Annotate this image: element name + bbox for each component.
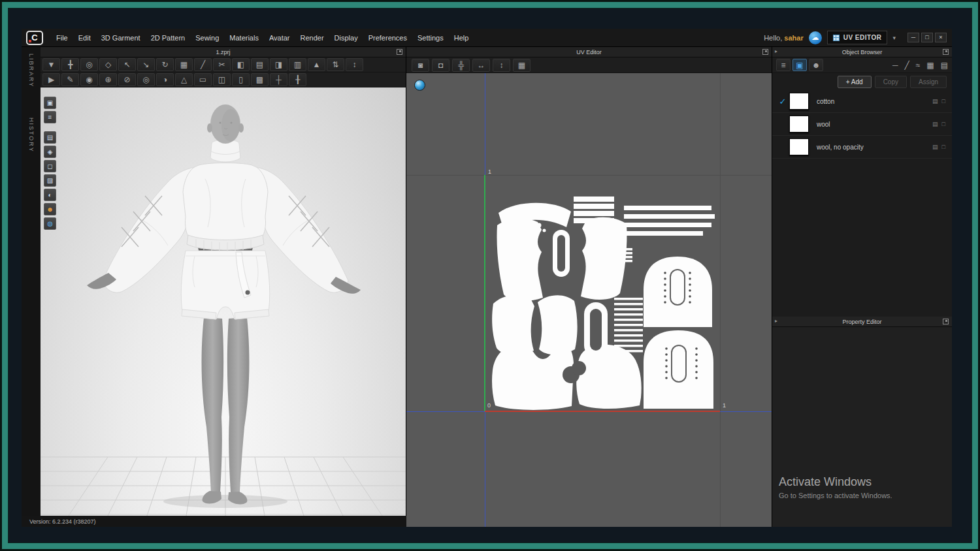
- toolbar-icon[interactable]: ◎: [137, 73, 155, 86]
- toolbar-icon[interactable]: ▥: [289, 58, 306, 71]
- material-row-wool-no-opacity[interactable]: wool, no opacity ▤ □: [772, 136, 952, 159]
- menu-item[interactable]: 2D Pattern: [146, 31, 191, 45]
- viewport-toggle-icon[interactable]: ◐: [44, 189, 56, 201]
- toolbar-icon[interactable]: ↖: [118, 58, 136, 71]
- toolbar-icon[interactable]: ▲: [308, 58, 325, 71]
- uv-tool-icon[interactable]: ◙: [412, 59, 429, 72]
- property-editor-header[interactable]: ▸ Property Editor: [772, 317, 952, 327]
- popout-icon[interactable]: [397, 49, 402, 55]
- delete-icon[interactable]: □: [942, 121, 945, 127]
- menu-item[interactable]: Materials: [224, 31, 264, 45]
- cloud-sync-icon[interactable]: ☁: [809, 31, 822, 44]
- project-tab-header[interactable]: 1.zprj: [41, 47, 406, 57]
- viewport-toggle-icon[interactable]: ◈: [44, 146, 56, 158]
- toolbar-icon[interactable]: ◇: [99, 58, 117, 71]
- toolbar-icon[interactable]: ▼: [42, 58, 60, 71]
- uv-tool-icon[interactable]: ↔: [472, 59, 490, 72]
- material-row-cotton[interactable]: ✓ cotton ▤ □: [772, 90, 952, 113]
- toolbar-icon[interactable]: ✎: [61, 73, 79, 86]
- object-browser-header[interactable]: ▸ Object Browser: [772, 47, 952, 57]
- toolbar-icon[interactable]: ▯: [232, 73, 250, 86]
- toolbar-icon[interactable]: ▭: [194, 73, 212, 86]
- menu-item[interactable]: Render: [295, 31, 329, 45]
- browser-tool-icon[interactable]: ▤: [941, 59, 948, 71]
- browser-tool-icon[interactable]: ╱: [904, 59, 909, 71]
- toolbar-icon[interactable]: ╂: [289, 73, 306, 86]
- browser-tool-icon[interactable]: ─: [892, 59, 898, 71]
- viewport-toggle-icon[interactable]: ≡: [44, 111, 56, 123]
- list-view-icon[interactable]: ≡: [776, 59, 791, 71]
- material-swatch[interactable]: [789, 116, 809, 133]
- add-button[interactable]: + Add: [838, 76, 872, 88]
- toolbar-icon[interactable]: ◎: [80, 58, 98, 71]
- toolbar-icon[interactable]: ▤: [251, 58, 269, 71]
- toolbar-icon[interactable]: ◑: [156, 73, 174, 86]
- menu-item[interactable]: Display: [329, 31, 363, 45]
- collapse-arrow-icon[interactable]: ▸: [775, 48, 777, 54]
- popout-icon[interactable]: [943, 49, 949, 55]
- avatar-view-icon[interactable]: ☻: [809, 59, 823, 71]
- toolbar-icon[interactable]: △: [175, 73, 193, 86]
- delete-icon[interactable]: □: [942, 144, 945, 150]
- collapse-arrow-icon[interactable]: ▸: [775, 318, 777, 324]
- material-row-wool[interactable]: wool ▤ □: [772, 113, 952, 136]
- toolbar-icon[interactable]: ◉: [80, 73, 98, 86]
- uv-tool-icon[interactable]: ╬: [452, 59, 470, 72]
- uv-tool-icon[interactable]: ↕: [493, 59, 510, 72]
- viewport-toggle-icon[interactable]: ◻: [44, 160, 56, 172]
- toolbar-icon[interactable]: ↻: [156, 58, 174, 71]
- history-tab[interactable]: HISTORY: [28, 118, 35, 153]
- toolbar-icon[interactable]: ◧: [232, 58, 250, 71]
- uv-editor-header[interactable]: UV Editor: [406, 47, 772, 57]
- menu-item[interactable]: Avatar: [264, 31, 295, 45]
- viewport-3d[interactable]: ▣≡▤◈◻▨◐☻◍: [41, 87, 406, 516]
- popout-icon[interactable]: [762, 49, 768, 55]
- toolbar-icon[interactable]: ╋: [61, 58, 79, 71]
- menu-item[interactable]: File: [51, 31, 73, 45]
- uv-canvas[interactable]: 1 0 1: [406, 73, 772, 527]
- toolbar-icon[interactable]: ✂: [213, 58, 231, 71]
- viewport-toggle-icon[interactable]: ◍: [44, 217, 56, 230]
- toolbar-icon[interactable]: ▶: [42, 73, 60, 86]
- toolbar-icon[interactable]: ⊘: [118, 73, 136, 86]
- material-swatch[interactable]: [789, 93, 809, 110]
- viewport-toggle-icon[interactable]: ▨: [44, 174, 56, 187]
- popout-icon[interactable]: [943, 319, 949, 324]
- toolbar-icon[interactable]: ┼: [270, 73, 287, 86]
- toolbar-icon[interactable]: ╱: [194, 58, 212, 71]
- menu-item[interactable]: 3D Garment: [96, 31, 146, 45]
- material-swatch[interactable]: [789, 138, 809, 155]
- toolbar-icon[interactable]: ↘: [137, 58, 155, 71]
- toolbar-icon[interactable]: ⇅: [327, 58, 344, 71]
- chevron-down-icon[interactable]: ▾: [892, 35, 896, 41]
- viewport-toggle-icon[interactable]: ☻: [44, 203, 56, 215]
- copy-button[interactable]: Copy: [875, 76, 907, 88]
- duplicate-icon[interactable]: ▤: [932, 121, 938, 127]
- menu-item[interactable]: Edit: [73, 31, 96, 45]
- menu-item[interactable]: Sewing: [190, 31, 224, 45]
- menu-item[interactable]: Help: [449, 31, 474, 45]
- toolbar-icon[interactable]: ▩: [251, 73, 269, 86]
- toolbar-icon[interactable]: ⊕: [99, 73, 117, 86]
- menu-item[interactable]: Preferences: [363, 31, 412, 45]
- minimize-button[interactable]: ─: [907, 33, 919, 42]
- toolbar-icon[interactable]: ↕: [346, 58, 363, 71]
- duplicate-icon[interactable]: ▤: [932, 144, 938, 150]
- uv-pattern-pieces[interactable]: [406, 73, 772, 527]
- uv-tool-icon[interactable]: ▦: [513, 59, 531, 72]
- browser-tool-icon[interactable]: ≈: [916, 59, 921, 71]
- toolbar-icon[interactable]: ◫: [213, 73, 231, 86]
- maximize-button[interactable]: □: [921, 33, 933, 42]
- toolbar-icon[interactable]: ◨: [270, 58, 287, 71]
- mode-selector[interactable]: UV EDITOR: [827, 31, 888, 44]
- fabric-view-icon[interactable]: ▣: [792, 59, 807, 71]
- close-button[interactable]: ×: [935, 33, 947, 42]
- viewport-toggle-icon[interactable]: ▣: [44, 97, 56, 109]
- assign-button[interactable]: Assign: [910, 76, 947, 88]
- library-tab[interactable]: LIBRARY: [28, 54, 35, 87]
- toolbar-icon[interactable]: ▦: [175, 58, 193, 71]
- browser-tool-icon[interactable]: ▦: [926, 59, 934, 71]
- delete-icon[interactable]: □: [942, 98, 945, 104]
- menu-item[interactable]: Settings: [412, 31, 449, 45]
- viewport-toggle-icon[interactable]: ▤: [44, 131, 56, 144]
